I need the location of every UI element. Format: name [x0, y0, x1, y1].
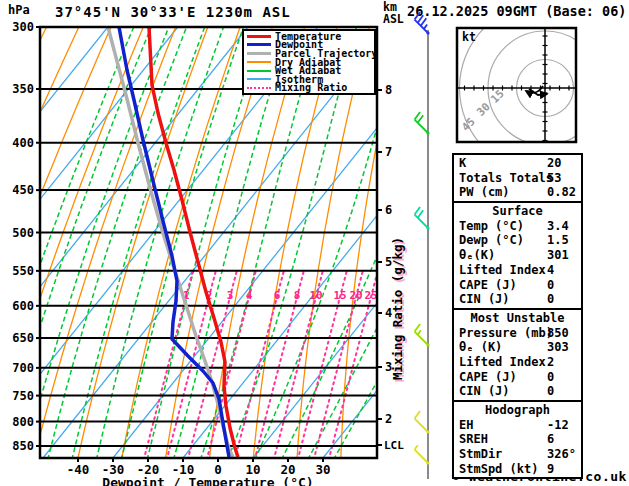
svg-text:550: 550 [12, 264, 34, 278]
row-label: CAPE (J) [459, 278, 517, 292]
row-label: PW (cm) [459, 185, 510, 199]
legend-line-swatch [247, 35, 271, 38]
table-row: EH-12 [454, 418, 581, 433]
svg-text:600: 600 [12, 299, 34, 313]
x-axis-title: Dewpoint / Temperature (°C) [102, 475, 313, 486]
table-section: HodographEH-12SREH6StmDir326°StmSpd (kt)… [452, 400, 583, 479]
legend-line-swatch [247, 70, 271, 72]
row-value: 6 [547, 432, 554, 446]
row-label: Temp (°C) [459, 219, 524, 233]
svg-text:450: 450 [12, 183, 34, 197]
row-value: 53 [547, 171, 561, 185]
table-row: CAPE (J)0 [454, 278, 581, 293]
table-row: StmDir326° [454, 447, 581, 462]
table-row: StmSpd (kt)9 [454, 462, 581, 477]
row-label: Pressure (mb) [459, 326, 553, 340]
row-value: 0 [547, 370, 554, 384]
row-label: EH [459, 418, 473, 432]
svg-text:30: 30 [315, 462, 330, 477]
svg-text:750: 750 [12, 389, 34, 403]
table-row: CIN (J)0 [454, 292, 581, 307]
table-row: Lifted Index4 [454, 263, 581, 278]
hodograph-unit-label: kt [462, 30, 476, 44]
row-value: 850 [547, 326, 569, 340]
table-section: Most UnstablePressure (mb)850θₑ (K)303Li… [452, 308, 583, 402]
legend-line-swatch [247, 61, 271, 63]
mixing-ratio-labels: 12346810152025 [183, 289, 378, 302]
table-row: Pressure (mb)850 [454, 326, 581, 341]
table-row: Temp (°C)3.4 [454, 219, 581, 234]
svg-text:650: 650 [12, 331, 34, 345]
svg-text:700: 700 [12, 361, 34, 375]
row-label: θₑ (K) [459, 340, 502, 354]
row-label: StmDir [459, 447, 502, 461]
legend-line-swatch [247, 52, 271, 55]
row-value: 20 [547, 156, 561, 170]
row-label: θₑ(K) [459, 248, 495, 262]
row-value: 3.4 [547, 219, 569, 233]
row-value: 9 [547, 462, 554, 476]
skewt-app: hPa 37°45'N 30°33'E 1230m ASL km ASL 26.… [0, 0, 629, 486]
legend-line-swatch [247, 43, 271, 46]
row-label: Dewp (°C) [459, 233, 524, 247]
hodograph: 153045kt [455, 0, 629, 174]
svg-text:8: 8 [294, 289, 301, 302]
row-label: CIN (J) [459, 384, 510, 398]
svg-text:400: 400 [12, 136, 34, 150]
svg-text:850: 850 [12, 439, 34, 453]
indices-panel: K20Totals Totals53PW (cm)0.82SurfaceTemp… [452, 153, 583, 479]
table-row: Lifted Index2 [454, 355, 581, 370]
table-row: CIN (J)0 [454, 384, 581, 399]
hodograph-ring-label: 45 [459, 115, 478, 134]
svg-text:15: 15 [333, 289, 346, 302]
svg-text:7: 7 [385, 145, 392, 159]
row-label: Lifted Index [459, 263, 546, 277]
row-label: Totals Totals [459, 171, 553, 185]
mixing-ratio-axis-label: Mixing Ratio (g/kg)Mixing Ratio (g/kg) [390, 237, 407, 382]
table-row: CAPE (J)0 [454, 370, 581, 385]
legend-box: TemperatureDewpointParcel TrajectoryDry … [242, 29, 376, 95]
row-value: 0 [547, 384, 554, 398]
row-value: 2 [547, 355, 554, 369]
row-value: 326° [547, 447, 576, 461]
hodograph-ring-label: 15 [488, 87, 507, 106]
row-value: 0 [547, 292, 554, 306]
row-label: Lifted Index [459, 355, 546, 369]
table-row: SREH6 [454, 432, 581, 447]
section-header: Most Unstable [454, 311, 581, 326]
table-row: K20 [454, 156, 581, 171]
svg-text:3: 3 [227, 289, 234, 302]
row-value: 4 [547, 263, 554, 277]
table-row: θₑ (K)303 [454, 340, 581, 355]
svg-text:8: 8 [385, 83, 392, 97]
table-row: PW (cm)0.82 [454, 185, 581, 200]
row-value: 0.82 [547, 185, 576, 199]
svg-text:350: 350 [12, 82, 34, 96]
svg-text:20: 20 [349, 289, 362, 302]
row-label: StmSpd (kt) [459, 462, 538, 476]
table-row: Dewp (°C)1.5 [454, 233, 581, 248]
svg-text:4: 4 [246, 289, 253, 302]
table-section: K20Totals Totals53PW (cm)0.82 [452, 153, 583, 203]
lcl-label: LCL [384, 439, 404, 452]
legend-label: Mixing Ratio [275, 82, 347, 93]
svg-text:25: 25 [364, 289, 377, 302]
svg-text:6: 6 [385, 203, 392, 217]
row-label: CAPE (J) [459, 370, 517, 384]
pressure-tick-labels: 300350400450500550600650700750800850 [12, 20, 40, 453]
legend-line-swatch [247, 78, 271, 80]
row-value: 301 [547, 248, 569, 262]
row-label: SREH [459, 432, 488, 446]
parcel-trajectory-curve [108, 27, 233, 457]
svg-text:Mixing Ratio (g/kg): Mixing Ratio (g/kg) [390, 237, 405, 380]
legend-line-swatch [247, 87, 271, 89]
section-header: Surface [454, 204, 581, 219]
wind-barb [415, 12, 430, 35]
wind-barb-column [415, 12, 430, 479]
row-value: 303 [547, 340, 569, 354]
table-section: SurfaceTemp (°C)3.4Dewp (°C)1.5θₑ(K)301L… [452, 201, 583, 310]
legend-item: Mixing Ratio [247, 84, 374, 93]
svg-text:2: 2 [385, 412, 392, 426]
table-row: θₑ(K)301 [454, 248, 581, 263]
row-label: K [459, 156, 466, 170]
